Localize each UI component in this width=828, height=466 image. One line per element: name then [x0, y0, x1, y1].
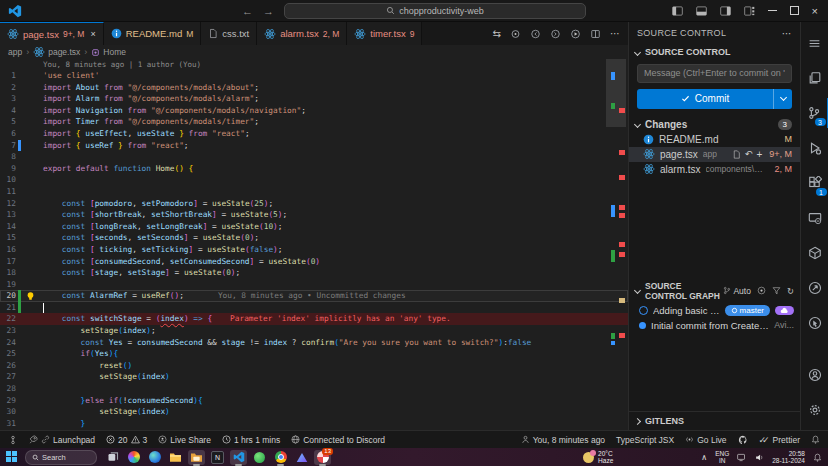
activity-pointer-extension-icon[interactable]	[802, 308, 828, 338]
notification-bell-icon[interactable]	[813, 453, 822, 462]
scm-change-README.md[interactable]: README.mdM	[629, 132, 800, 147]
taskbar-file-explorer-icon[interactable]	[167, 450, 184, 465]
breadcrumb-item-page.tsx[interactable]: page.tsx	[33, 46, 80, 58]
command-center-search[interactable]: chopproductivity-web	[284, 3, 586, 19]
status-typescript-jsx[interactable]: TypeScript JSX	[616, 435, 674, 445]
stage-changes-icon[interactable]: +	[756, 149, 762, 160]
toggle-sidebar-right-icon[interactable]	[720, 6, 731, 16]
activity-menu-icon[interactable]	[802, 28, 828, 58]
tab-README.md[interactable]: README.mdM	[104, 22, 202, 45]
tab-alarm.tsx[interactable]: alarm.tsx2, M	[257, 22, 347, 45]
notification-badge: 13	[322, 448, 333, 455]
nav-forward-icon[interactable]: →	[263, 5, 274, 17]
tab-timer.tsx[interactable]: timer.tsx9	[347, 22, 422, 45]
activity-live-share-icon[interactable]	[802, 273, 828, 303]
status-prettier[interactable]: ✓✓Prettier	[759, 435, 801, 445]
status-bell[interactable]	[811, 435, 820, 444]
filter-icon[interactable]	[772, 286, 781, 295]
taskbar-triangle-app-icon[interactable]	[293, 450, 310, 465]
close-button[interactable]: ×	[812, 5, 818, 17]
taskbar-edge-icon[interactable]	[146, 450, 163, 465]
commit-message-input[interactable]	[637, 64, 792, 83]
close-tab-icon[interactable]: ×	[90, 29, 95, 39]
changes-section-header[interactable]: Changes 3	[629, 117, 800, 132]
breadcrumb-item-Home[interactable]: Home	[91, 47, 126, 57]
info-icon	[111, 28, 122, 39]
activity-run-debug-icon[interactable]	[802, 133, 828, 163]
source-control-section-header[interactable]: SOURCE CONTROL	[629, 44, 800, 60]
taskbar-notepad-icon[interactable]: N	[209, 450, 226, 465]
maximize-button[interactable]	[790, 6, 799, 15]
line-number: 12	[0, 198, 16, 210]
open-changes-icon[interactable]: ⇆	[493, 28, 501, 39]
status-you-8-minutes-ago[interactable]: You, 8 minutes ago	[521, 435, 605, 445]
open-file-icon[interactable]	[732, 150, 741, 159]
more-actions-icon[interactable]: ⋯	[610, 28, 620, 39]
scrollbar-slider[interactable]	[606, 59, 626, 127]
discard-changes-icon[interactable]: ↶	[745, 149, 753, 159]
activity-cube-extension-icon[interactable]	[802, 238, 828, 268]
lightbulb-icon[interactable]	[26, 291, 35, 301]
activity-extensions-icon[interactable]: 1	[802, 168, 828, 198]
minimize-button[interactable]	[768, 10, 777, 11]
activity-accounts-icon[interactable]	[802, 360, 828, 390]
symbol-icon	[91, 48, 100, 57]
more-actions-icon[interactable]: ⋯	[782, 28, 792, 39]
taskbar-search[interactable]: Search	[25, 450, 97, 465]
gitlens-section-header[interactable]: GITLENS	[629, 411, 800, 430]
status-connected-to-discord[interactable]: Connected to Discord	[291, 435, 385, 445]
run-code-icon[interactable]	[570, 29, 581, 39]
breadcrumb-item-app[interactable]: app	[8, 47, 22, 57]
scm-change-page.tsx[interactable]: page.tsxapp↶+9+, M	[629, 147, 800, 162]
graph-commit-row[interactable]: Initial commit from Create Next AppAvi..…	[629, 318, 800, 333]
taskbar-clock[interactable]: 20:58 28-11-2024	[772, 450, 805, 464]
taskbar-project-folder-icon[interactable]	[188, 450, 205, 465]
status-20[interactable]: 203	[106, 435, 147, 445]
customize-layout-icon[interactable]	[744, 6, 755, 16]
commit-button[interactable]: Commit	[637, 89, 792, 109]
link-icon	[41, 435, 50, 444]
status-github[interactable]	[738, 435, 748, 445]
tray-volume-icon[interactable]	[755, 453, 764, 462]
graph-commit-row[interactable]: Adding basic structure a...master	[629, 303, 800, 318]
activity-explorer-icon[interactable]	[802, 63, 828, 93]
activity-remote-explorer-icon[interactable]	[802, 203, 828, 233]
chevron-right-icon	[634, 417, 641, 424]
status-launchpad[interactable]: Launchpad	[29, 435, 95, 445]
tab-css.txt[interactable]: css.txt	[201, 22, 257, 45]
taskbar-chrome-icon[interactable]	[272, 450, 289, 465]
activity-settings-icon[interactable]	[802, 395, 828, 425]
scm-change-alarm.tsx[interactable]: alarm.tsxcomponents\modals2, M	[629, 162, 800, 177]
next-change-icon[interactable]	[550, 29, 561, 39]
start-button[interactable]	[6, 451, 18, 463]
split-editor-icon[interactable]	[590, 29, 601, 39]
check-icon	[681, 94, 690, 103]
status-1-hrs-1-mins[interactable]: 1 hrs 1 mins	[222, 435, 280, 445]
taskbar-copilot-icon[interactable]	[125, 450, 142, 465]
toggle-panel-icon[interactable]	[696, 6, 707, 16]
status-gitlens[interactable]	[8, 435, 18, 445]
toggle-sidebar-left-icon[interactable]	[672, 6, 683, 16]
gitlens-compare-icon[interactable]	[510, 29, 521, 39]
code-editor[interactable]: You, 8 minutes ago | 1 author (You)1​'us…	[0, 59, 628, 430]
branch-auto-picker[interactable]: Auto	[723, 286, 751, 296]
commit-dropdown[interactable]	[773, 89, 792, 109]
tray-overflow-caret[interactable]: ∧	[701, 453, 707, 462]
taskbar-vscode-icon[interactable]	[230, 450, 247, 465]
language-indicator[interactable]: ENG IN	[715, 450, 729, 464]
taskbar-task-view-icon[interactable]	[104, 450, 121, 465]
taskbar-green-app-icon[interactable]	[251, 450, 268, 465]
activity-source-control-icon[interactable]: 3	[801, 98, 828, 128]
refresh-icon[interactable]: ↻	[787, 286, 794, 296]
target-icon[interactable]	[757, 286, 766, 295]
graph-section-header[interactable]: SOURCE CONTROL GRAPH Auto ↻	[629, 279, 800, 303]
nav-back-icon[interactable]: ←	[242, 5, 253, 17]
status-live-share[interactable]: Live Share	[158, 435, 211, 445]
codelens-annotation[interactable]: You, 8 minutes ago | 1 author (You)	[0, 59, 628, 70]
previous-change-icon[interactable]	[530, 29, 541, 39]
status-go-live[interactable]: Go Live	[685, 435, 726, 445]
tab-page.tsx[interactable]: page.tsx9+, M×	[0, 22, 104, 45]
weather-widget[interactable]: 20°C Haze	[583, 450, 613, 464]
tray-network-icon[interactable]	[737, 453, 747, 462]
taskbar-red-app-icon[interactable]: 13	[314, 450, 331, 465]
